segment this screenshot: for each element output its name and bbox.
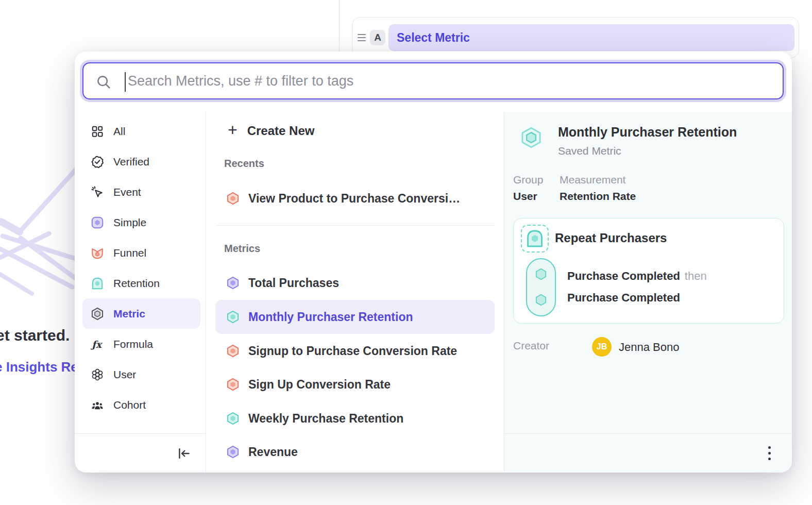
list-item-label: View Product to Purchase Conversi… <box>248 192 460 206</box>
collapse-sidebar-button[interactable] <box>176 446 191 461</box>
text-caret <box>125 72 126 92</box>
verified-seal-icon <box>91 155 104 169</box>
measurement-field-value: Retention Rate <box>560 190 636 203</box>
select-metric-button[interactable]: Select Metric <box>388 24 794 51</box>
create-new-button[interactable]: + Create New <box>215 115 495 146</box>
recents-header: Recents <box>224 158 264 170</box>
sidebar-item-simple[interactable]: Simple <box>82 207 200 238</box>
sidebar-item-label: Metric <box>113 308 145 320</box>
list-item-recent[interactable]: View Product to Purchase Conversi… <box>215 182 495 215</box>
sidebar-item-label: Retention <box>113 277 160 290</box>
sidebar-item-label: Event <box>113 186 141 198</box>
definition-connector: then <box>685 270 707 282</box>
background-partial-link[interactable]: e Insights Re <box>0 359 78 375</box>
metrics-header: Metrics <box>224 243 260 255</box>
search-icon <box>96 74 111 90</box>
cohort-people-icon <box>91 398 104 412</box>
group-field-label: Group <box>513 174 543 186</box>
metric-picker-modal: All Verified <box>75 52 792 473</box>
list-item-signup-to-purchase-conversion-rate[interactable]: Signup to Purchase Conversion Rate <box>215 334 495 368</box>
search-box[interactable] <box>82 62 784 99</box>
sidebar-item-label: Cohort <box>113 399 146 411</box>
user-cluster-icon <box>91 368 104 381</box>
create-new-label: Create New <box>247 124 315 138</box>
list-item-label: Monthly Purchaser Retention <box>248 310 413 324</box>
detail-title: Monthly Purchaser Retention <box>558 125 737 140</box>
metric-hexagon-icon <box>226 378 240 391</box>
list-item-label: Total Purchases <box>248 276 339 290</box>
detail-subtitle: Saved Metric <box>558 145 621 157</box>
group-field-value: User <box>513 190 537 203</box>
sidebar-item-label: Formula <box>113 338 153 350</box>
sidebar-item-cohort[interactable]: Cohort <box>82 390 200 420</box>
event-hexagon-icon <box>534 267 548 281</box>
formula-fx-icon: ƒx <box>91 338 104 351</box>
list-item-label: Signup to Purchase Conversion Rate <box>248 344 457 358</box>
drag-handle-icon[interactable] <box>358 34 366 41</box>
metric-hexagon-icon <box>226 310 240 324</box>
collapse-left-icon <box>176 446 191 461</box>
sidebar-item-label: Funnel <box>113 247 146 259</box>
event-sequence-capsule <box>526 258 556 316</box>
metric-hexagon-icon <box>226 344 240 358</box>
sidebar-item-all[interactable]: All <box>82 116 200 146</box>
sidebar-item-verified[interactable]: Verified <box>82 146 200 177</box>
metric-detail-panel: Monthly Purchaser Retention Saved Metric… <box>504 112 792 473</box>
filter-sidebar: All Verified <box>75 112 206 473</box>
sidebar-item-label: All <box>113 125 125 138</box>
metric-hexagon-icon <box>520 126 543 149</box>
svg-text:ƒx: ƒx <box>91 339 103 349</box>
event-hexagon-icon <box>534 293 548 307</box>
list-item-total-purchases[interactable]: Total Purchases <box>215 266 495 300</box>
sidebar-item-label: Verified <box>113 156 149 168</box>
sidebar-item-metric[interactable]: Metric <box>82 298 200 329</box>
sidebar-item-retention[interactable]: Retention <box>82 268 200 298</box>
creator-label: Creator <box>513 340 549 352</box>
sidebar-item-formula[interactable]: ƒx Formula <box>82 329 200 359</box>
sidebar-item-user[interactable]: User <box>82 359 200 390</box>
list-item-sign-up-conversion-rate[interactable]: Sign Up Conversion Rate <box>215 367 495 401</box>
cursor-click-icon <box>91 186 104 199</box>
metric-hexagon-icon <box>226 445 240 459</box>
list-item-label: Revenue <box>248 445 298 459</box>
list-item-revenue[interactable]: Revenue <box>215 435 495 469</box>
funnel-hexagon-icon <box>91 246 104 260</box>
metric-list: + Create New Recents View Product to Pur… <box>206 112 504 473</box>
definition-step-2: Purchase Completed <box>567 291 680 305</box>
definition-step-1: Purchase Completedthen <box>567 270 707 283</box>
sidebar-item-label: Simple <box>113 216 146 229</box>
metric-hexagon-icon <box>226 412 240 425</box>
series-badge: A <box>370 30 385 45</box>
background-divider <box>339 0 340 58</box>
measurement-field-label: Measurement <box>560 174 625 186</box>
creator-name: Jenna Bono <box>619 341 679 354</box>
retention-hexagon-icon <box>91 277 104 290</box>
list-item-label: Sign Up Conversion Rate <box>248 378 391 392</box>
background-chart-illustration <box>0 165 85 350</box>
metric-definition-card: Repeat Purchasers Purchase Completedthen… <box>513 218 784 324</box>
retention-definition-icon <box>521 225 549 252</box>
metric-hexagon-icon <box>91 307 104 321</box>
list-item-label: Weekly Purchase Retention <box>248 412 403 426</box>
list-divider <box>215 225 495 226</box>
search-input[interactable] <box>128 64 767 97</box>
definition-name: Repeat Purchasers <box>555 231 667 245</box>
sidebar-item-funnel[interactable]: Funnel <box>82 238 200 268</box>
plus-icon: + <box>228 121 238 140</box>
metric-hexagon-icon <box>226 276 240 290</box>
more-options-button[interactable] <box>768 446 771 460</box>
creator-avatar: JB <box>592 337 612 357</box>
list-item-weekly-purchase-retention[interactable]: Weekly Purchase Retention <box>215 401 495 435</box>
select-metric-label: Select Metric <box>397 31 470 45</box>
grid-icon <box>91 125 104 138</box>
list-item-monthly-purchaser-retention[interactable]: Monthly Purchaser Retention <box>215 300 495 334</box>
sidebar-item-event[interactable]: Event <box>82 177 200 207</box>
metric-hexagon-icon <box>226 192 240 205</box>
sidebar-item-label: User <box>113 368 136 381</box>
background-partial-heading: et started. <box>0 327 70 344</box>
simple-hexagon-icon <box>91 216 104 229</box>
detail-footer <box>504 433 792 473</box>
